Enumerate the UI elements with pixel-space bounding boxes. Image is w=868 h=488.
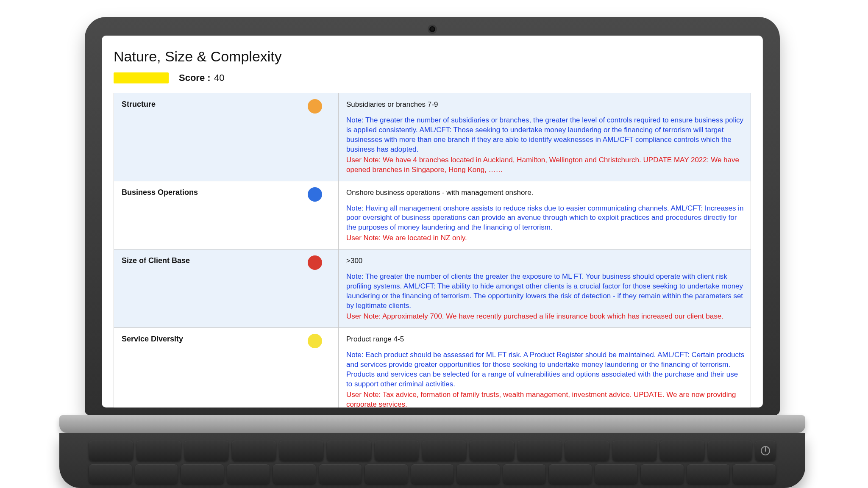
laptop-lid: Nature, Size & Complexity Score : 40 Str… bbox=[85, 17, 780, 415]
risk-dot-icon bbox=[308, 99, 322, 114]
description-cell: Subsidiaries or branches 7-9Note: The gr… bbox=[339, 93, 751, 181]
row-note: Note: The greater the number of clients … bbox=[346, 272, 745, 311]
risk-dot-icon bbox=[308, 187, 322, 202]
table-row: StructureSubsidiaries or branches 7-9Not… bbox=[114, 93, 751, 181]
row-user-note: User Note: Tax advice, formation of fami… bbox=[346, 390, 745, 408]
power-button-icon bbox=[755, 441, 776, 461]
camera-icon bbox=[429, 26, 435, 32]
category-cell: Service Diversity bbox=[114, 327, 339, 408]
score-wrap: Score : 40 bbox=[179, 72, 225, 83]
risk-table: StructureSubsidiaries or branches 7-9Not… bbox=[114, 93, 751, 408]
row-note: Note: The greater the number of subsidia… bbox=[346, 116, 745, 155]
page-title: Nature, Size & Complexity bbox=[114, 48, 751, 65]
row-note: Note: Having all management onshore assi… bbox=[346, 204, 745, 233]
category-cell: Structure bbox=[114, 93, 339, 181]
row-summary: Subsidiaries or branches 7-9 bbox=[346, 100, 745, 110]
laptop-keydeck bbox=[59, 433, 805, 488]
table-row: Business OperationsOnshore business oper… bbox=[114, 181, 751, 250]
description-cell: Onshore business operations - with manag… bbox=[339, 181, 751, 250]
risk-dot-icon bbox=[308, 255, 322, 270]
risk-dot-icon bbox=[308, 334, 322, 348]
row-user-note: User Note: We are located in NZ only. bbox=[346, 233, 745, 243]
page-content: Nature, Size & Complexity Score : 40 Str… bbox=[102, 36, 763, 408]
category-cell: Size of Client Base bbox=[114, 250, 339, 328]
laptop-mock: Nature, Size & Complexity Score : 40 Str… bbox=[85, 17, 780, 488]
row-user-note: User Note: Approximately 700. We have re… bbox=[346, 312, 745, 322]
screen: Nature, Size & Complexity Score : 40 Str… bbox=[102, 36, 763, 408]
row-summary: Product range 4-5 bbox=[346, 335, 745, 344]
category-name: Structure bbox=[122, 100, 332, 109]
row-summary: >300 bbox=[346, 256, 745, 266]
laptop-hinge bbox=[59, 415, 805, 433]
category-name: Business Operations bbox=[122, 188, 332, 197]
score-swatch bbox=[114, 72, 169, 83]
description-cell: >300Note: The greater the number of clie… bbox=[339, 250, 751, 328]
table-row: Size of Client Base>300Note: The greater… bbox=[114, 250, 751, 328]
category-name: Service Diversity bbox=[122, 335, 332, 344]
key-row-2 bbox=[89, 464, 776, 484]
table-row: Service DiversityProduct range 4-5Note: … bbox=[114, 327, 751, 408]
row-user-note: User Note: We have 4 branches located in… bbox=[346, 155, 745, 175]
row-summary: Onshore business operations - with manag… bbox=[346, 188, 745, 198]
category-cell: Business Operations bbox=[114, 181, 339, 250]
score-bar: Score : 40 bbox=[114, 72, 751, 83]
row-note: Note: Each product should be assessed fo… bbox=[346, 350, 745, 389]
category-name: Size of Client Base bbox=[122, 256, 332, 265]
description-cell: Product range 4-5Note: Each product shou… bbox=[339, 327, 751, 408]
score-value: 40 bbox=[214, 72, 224, 83]
score-label: Score : bbox=[179, 72, 211, 83]
key-row-1 bbox=[89, 441, 776, 461]
